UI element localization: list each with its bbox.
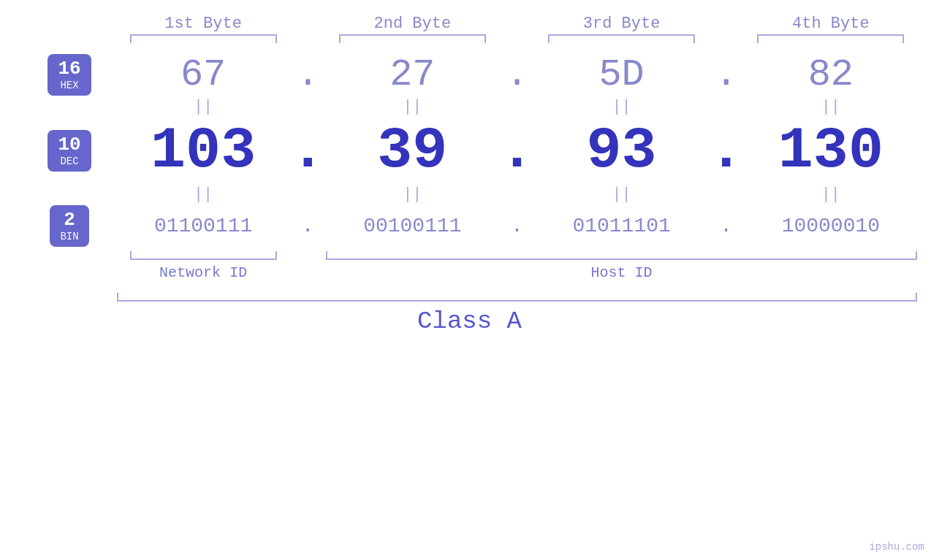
dec-b2: 39 — [377, 118, 447, 184]
bottom-brackets: Network ID Host ID — [22, 251, 917, 281]
byte2-header: 2nd Byte — [374, 15, 452, 33]
byte4-header: 4th Byte — [792, 15, 870, 33]
host-id-label: Host ID — [591, 264, 653, 281]
main-container: 1st Byte 2nd Byte 3rd Byte 4th Byte — [0, 0, 939, 560]
bin-b1: 01100111 — [154, 215, 252, 237]
eq1-b3: || — [612, 98, 631, 116]
equals-row-1: || || || || — [22, 98, 917, 116]
eq1-b1: || — [194, 98, 213, 116]
eq1-b4: || — [821, 98, 840, 116]
bin-row: 2 BIN 01100111 . 00100111 . 01011101 . — [22, 205, 917, 247]
byte1-header: 1st Byte — [164, 15, 242, 33]
dot-dec-1: . — [289, 118, 326, 184]
bin-b3: 01011101 — [572, 215, 670, 237]
dot-dec-2: . — [499, 118, 536, 184]
hex-row: 16 HEX 67 . 27 . 5D . 82 — [22, 53, 917, 96]
top-bracket-1 — [130, 34, 277, 43]
eq2-b4: || — [821, 185, 840, 204]
dot-hex-3: . — [708, 53, 745, 96]
hex-b1: 67 — [180, 53, 226, 96]
bin-b2: 00100111 — [363, 215, 461, 237]
byte3-header: 3rd Byte — [583, 15, 661, 33]
eq2-b2: || — [403, 185, 422, 204]
eq2-b3: || — [612, 185, 631, 204]
dot-bin-2: . — [499, 215, 536, 237]
watermark: ipshu.com — [869, 541, 924, 553]
network-id-label: Network ID — [159, 264, 247, 281]
dot-bin-3: . — [708, 215, 745, 237]
hex-b4: 82 — [808, 53, 854, 96]
dot-dec-3: . — [708, 118, 745, 184]
top-bracket-3 — [548, 34, 695, 43]
dec-badge: 10 DEC — [47, 130, 91, 172]
dec-b1: 103 — [151, 118, 256, 184]
dot-bin-1: . — [289, 215, 326, 237]
hex-b3: 5D — [598, 53, 644, 96]
dec-row: 10 DEC 103 . 39 . 93 . 130 — [22, 118, 917, 184]
bottom-bracket-network — [130, 251, 277, 260]
bottom-bracket-host — [326, 251, 917, 260]
dec-b3: 93 — [587, 118, 657, 184]
class-label: Class A — [417, 307, 522, 335]
dot-hex-2: . — [499, 53, 536, 96]
class-bracket — [117, 293, 917, 302]
bin-badge: 2 BIN — [50, 205, 88, 247]
hex-b2: 27 — [389, 53, 435, 96]
dot-hex-1: . — [289, 53, 326, 96]
top-bracket-2 — [339, 34, 486, 43]
dec-b4: 130 — [778, 118, 883, 184]
eq2-b1: || — [194, 185, 213, 204]
equals-row-2: || || || || — [22, 185, 917, 204]
class-bracket-section — [22, 293, 917, 302]
top-bracket-4 — [757, 34, 904, 43]
bin-b4: 10000010 — [782, 215, 880, 237]
eq1-b2: || — [403, 98, 422, 116]
hex-badge: 16 HEX — [47, 54, 91, 96]
